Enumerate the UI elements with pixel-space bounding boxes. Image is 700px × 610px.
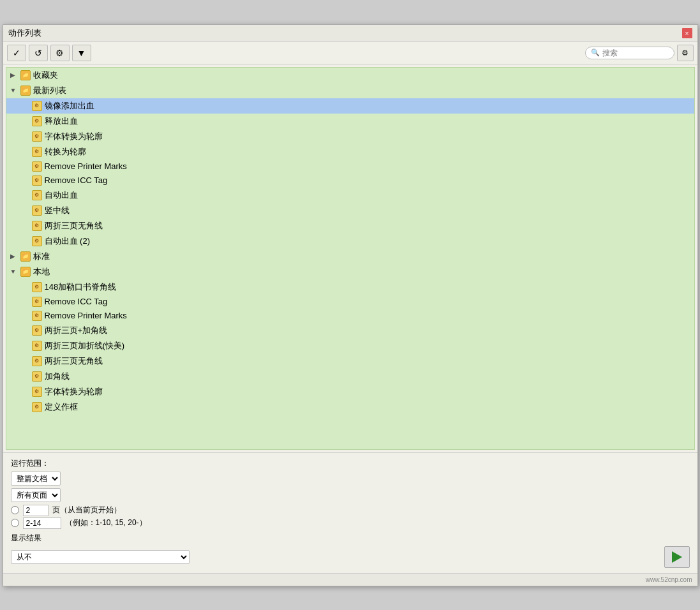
tree-item-define-artboard[interactable]: ⚙ 定义作框 (6, 399, 694, 415)
tree-item-148-spine[interactable]: ⚙ 148加勒口书脊角线 (6, 279, 694, 295)
action-icon-define-artboard: ⚙ (32, 402, 42, 412)
close-button[interactable]: × (682, 28, 692, 38)
label-define-artboard: 定义作框 (45, 401, 78, 413)
label-auto-bleed: 自动出血 (45, 190, 78, 201)
tree-item-font-to-outline2[interactable]: ⚙ 字体转换为轮廓 (6, 384, 694, 399)
action-icon-remove-icc-tag: ⚙ (32, 175, 42, 186)
tree-item-two-fold-plus[interactable]: ⚙ 两折三页+加角线 (6, 323, 694, 338)
radio-from-current[interactable] (11, 506, 19, 514)
pages-select[interactable]: 所有页面 奇数页 偶数页 (11, 488, 61, 502)
label-font-to-outline2: 字体转换为轮廓 (45, 386, 103, 398)
bottom-panel: 运行范围： 整篇文档 当前页 选中对象 所有页面 奇数页 偶数页 页（从当前页开… (3, 452, 697, 573)
pages-row: 所有页面 奇数页 偶数页 (11, 488, 690, 502)
tree-item-auto-bleed2[interactable]: ⚙ 自动出血 (2) (6, 234, 694, 249)
action-icon-three-fold-no-corner: ⚙ (32, 221, 42, 231)
search-input[interactable] (602, 48, 666, 57)
expand-arrow-standard: ▶ (10, 253, 18, 260)
action-icon-release-bleed: ⚙ (32, 116, 42, 126)
action-list[interactable]: ▶ 📁 收藏夹 ▼ 📁 最新列表 ⚙ 镜像添加出血 ⚙ 释放出血 ⚙ 字体转换为… (6, 67, 695, 450)
result-select[interactable]: 从不 始终 错误时 (11, 550, 190, 564)
label-local: 本地 (33, 266, 50, 278)
run-scope-label: 运行范围： (11, 458, 690, 469)
folder-icon-recent: 📁 (20, 86, 31, 96)
label-corner-line: 加角线 (45, 371, 70, 382)
label-standard: 标准 (33, 251, 50, 262)
check-button[interactable]: ✓ (7, 45, 26, 61)
label-two-fold-plus: 两折三页+加角线 (45, 325, 108, 336)
page-range-input[interactable] (23, 517, 61, 529)
label-remove-icc-tag2: Remove ICC Tag (45, 297, 108, 306)
refresh-button[interactable]: ↺ (29, 45, 48, 61)
tree-item-local[interactable]: ▼ 📁 本地 (6, 264, 694, 279)
label-remove-printer-marks: Remove Printer Marks (45, 161, 127, 171)
action-icon-mirror-bleed: ⚙ (32, 101, 42, 111)
action-icon-two-fold-plus: ⚙ (32, 325, 42, 336)
gear-icon: ⚙ (56, 48, 64, 58)
tree-item-two-fold-no-corner[interactable]: ⚙ 两折三页无角线 (6, 353, 694, 369)
scope-row: 整篇文档 当前页 选中对象 (11, 472, 690, 486)
label-148-spine: 148加勒口书脊角线 (45, 281, 117, 293)
action-icon-auto-bleed: ⚙ (32, 190, 42, 200)
expand-arrow-local: ▼ (10, 268, 18, 275)
action-icon-remove-icc-tag2: ⚙ (32, 297, 42, 307)
label-remove-printer-marks2: Remove Printer Marks (45, 311, 127, 320)
filter-button[interactable]: ▼ (72, 45, 91, 61)
label-release-bleed: 释放出血 (45, 115, 78, 127)
watermark-text: www.52cnp.com (646, 576, 692, 583)
tree-item-remove-printer-marks[interactable]: ⚙ Remove Printer Marks (6, 160, 694, 174)
tree-item-remove-printer-marks2[interactable]: ⚙ Remove Printer Marks (6, 309, 694, 323)
tree-item-remove-icc-tag[interactable]: ⚙ Remove ICC Tag (6, 174, 694, 188)
main-window: 动作列表 × ✓ ↺ ⚙ ▼ 🔍 ⚙ ▶ 📁 收藏夹 (3, 24, 698, 586)
tree-item-center-line[interactable]: ⚙ 竖中线 (6, 203, 694, 218)
folder-icon-local: 📁 (20, 267, 31, 277)
radio-row-1: 页（从当前页开始） (11, 505, 690, 516)
action-icon-148-spine: ⚙ (32, 282, 42, 292)
radio-range[interactable] (11, 519, 19, 527)
gear-button[interactable]: ⚙ (50, 45, 70, 61)
radio-row-2: （例如：1-10, 15, 20-） (11, 517, 690, 529)
tree-item-standard[interactable]: ▶ 📁 标准 (6, 249, 694, 264)
tree-item-release-bleed[interactable]: ⚙ 释放出血 (6, 114, 694, 129)
label-two-fold-kuaimer: 两折三页加折线(快美) (45, 340, 125, 352)
action-icon-font-to-outline2: ⚙ (32, 387, 42, 397)
filter-icon: ▼ (77, 48, 86, 58)
play-button[interactable] (664, 546, 690, 568)
tree-item-to-outline[interactable]: ⚙ 转换为轮廓 (6, 144, 694, 160)
tree-item-favorites[interactable]: ▶ 📁 收藏夹 (6, 68, 694, 83)
tree-item-recent[interactable]: ▼ 📁 最新列表 (6, 83, 694, 98)
play-icon (672, 551, 682, 563)
logo-area: www.52cnp.com (3, 573, 697, 586)
result-row: 从不 始终 错误时 (11, 546, 690, 568)
label-to-outline: 转换为轮廓 (45, 146, 86, 158)
scope-select[interactable]: 整篇文档 当前页 选中对象 (11, 472, 61, 486)
titlebar: 动作列表 × (3, 25, 697, 42)
settings-icon: ⚙ (681, 48, 689, 57)
action-icon-two-fold-kuaimer: ⚙ (32, 341, 42, 351)
toolbar: ✓ ↺ ⚙ ▼ 🔍 ⚙ (3, 42, 697, 64)
tree-item-auto-bleed[interactable]: ⚙ 自动出血 (6, 188, 694, 203)
show-result-label: 显示结果 (11, 533, 690, 544)
tree-item-font-to-outline[interactable]: ⚙ 字体转换为轮廓 (6, 129, 694, 144)
action-icon-font-to-outline: ⚙ (32, 131, 42, 142)
action-icon-remove-printer-marks2: ⚙ (32, 311, 42, 321)
expand-arrow-recent: ▼ (10, 87, 18, 94)
folder-icon-standard: 📁 (20, 251, 31, 262)
action-icon-to-outline: ⚙ (32, 147, 42, 157)
search-box: 🔍 (585, 47, 674, 59)
radio1-label: 页（从当前页开始） (52, 505, 121, 516)
label-font-to-outline: 字体转换为轮廓 (45, 131, 103, 142)
action-icon-corner-line: ⚙ (32, 371, 42, 382)
action-icon-remove-printer-marks: ⚙ (32, 161, 42, 172)
tree-item-mirror-bleed[interactable]: ⚙ 镜像添加出血 (6, 98, 694, 114)
settings-button[interactable]: ⚙ (677, 45, 694, 61)
tree-item-three-fold-no-corner[interactable]: ⚙ 两折三页无角线 (6, 218, 694, 234)
tree-item-two-fold-kuaimer[interactable]: ⚙ 两折三页加折线(快美) (6, 338, 694, 353)
refresh-icon: ↺ (34, 48, 42, 58)
radio2-label: （例如：1-10, 15, 20-） (65, 517, 147, 528)
tree-item-corner-line[interactable]: ⚙ 加角线 (6, 369, 694, 384)
page-number-input[interactable] (23, 505, 48, 516)
label-auto-bleed2: 自动出血 (2) (45, 235, 91, 247)
tree-item-remove-icc-tag2[interactable]: ⚙ Remove ICC Tag (6, 295, 694, 309)
search-icon: 🔍 (591, 48, 600, 57)
expand-arrow-favorites: ▶ (10, 71, 18, 78)
